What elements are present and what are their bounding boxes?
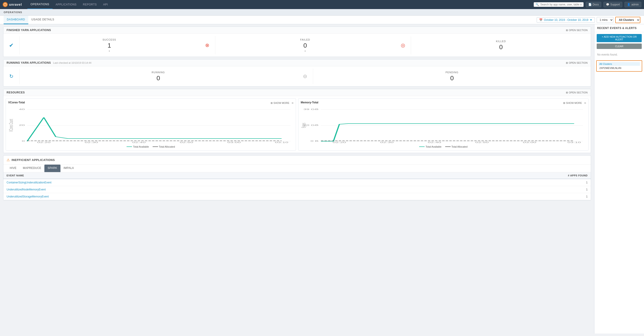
- event-name-2: UnderutilizedNodeMemoryEvent: [4, 186, 393, 193]
- running-yarn-header: RUNNING YARN APPLICATIONS Last checked a…: [4, 59, 591, 66]
- external-link-icon-3: ⊞: [566, 91, 568, 94]
- nav-api[interactable]: API: [100, 0, 111, 9]
- table-header-row: EVENT NAME # APPS FOUND: [4, 172, 591, 179]
- clear-button[interactable]: CLEAR: [597, 44, 642, 49]
- pending-metric: PENDING 0: [313, 69, 591, 84]
- date-picker[interactable]: 📅 October 10, 2019 - October 10, 2019 ▼: [537, 17, 595, 23]
- add-alert-button[interactable]: + ADD NEW AUTOACTION OR ALERT: [597, 34, 642, 42]
- memory-available-legend: Total Available: [419, 145, 441, 148]
- interval-select[interactable]: 1 mins: [597, 17, 614, 23]
- killed-metric: KILLED 0: [411, 36, 591, 54]
- memory-available-line-icon: [419, 146, 424, 147]
- running-icon-container: ↻: [4, 69, 19, 84]
- vcores-show-more[interactable]: ⊞ SHOW MORE: [270, 102, 290, 104]
- failed-value: 0: [304, 42, 307, 49]
- finished-yarn-open-section[interactable]: ⊞ OPEN SECTION: [566, 29, 588, 32]
- allocated-line-icon: [152, 146, 158, 147]
- svg-text:0 B: 0 B: [310, 140, 318, 142]
- tab-mapreduce[interactable]: MAPREDUCE: [20, 164, 44, 172]
- cluster-select[interactable]: All Clusters: [615, 17, 640, 23]
- support-button[interactable]: 💬 Support: [604, 2, 622, 7]
- user-icon: 👤: [627, 3, 630, 6]
- event-link-1[interactable]: ContainerSizingUnderutilizationEvent: [6, 181, 52, 184]
- running-label: RUNNING: [152, 71, 165, 74]
- killed-label: KILLED: [496, 40, 506, 43]
- event-link-2[interactable]: UnderutilizedNodeMemoryEvent: [6, 188, 46, 191]
- admin-button[interactable]: 👤 admin: [624, 2, 641, 7]
- vcores-legend: Total Available Total Allocated: [8, 145, 294, 148]
- logo-text: unravel: [9, 3, 22, 6]
- vcores-chart-area: 40 20 0 VCores Count 02:20 02:30: [8, 107, 294, 143]
- chevron-down-icon: ▼: [590, 18, 592, 22]
- vcores-available-label: Total Available: [133, 145, 149, 148]
- docs-button[interactable]: 📄 Docs: [586, 2, 601, 7]
- table-row: UnderutilizedNodeMemoryEvent 1: [4, 186, 591, 193]
- external-link-icon-2: ⊞: [566, 61, 568, 64]
- inefficient-apps-header: ⚠ INEFFICIENT APPLICATIONS: [4, 155, 591, 164]
- tab-impala[interactable]: IMPALA: [60, 164, 77, 172]
- tab-hive[interactable]: HIVE: [6, 164, 20, 172]
- nav-reports[interactable]: REPORTS: [80, 0, 100, 9]
- memory-chart-title: Memory-Total: [301, 101, 318, 104]
- event-link-3[interactable]: UnderutilizedStorageMemoryEvent: [6, 195, 49, 198]
- search-input[interactable]: [540, 3, 582, 6]
- svg-text:VCores Count: VCores Count: [8, 119, 14, 132]
- svg-text:02:50: 02:50: [180, 141, 193, 143]
- last-checked-label: Last checked at 10/10/19 03:14:44: [53, 61, 92, 64]
- sub-nav-controls: 📅 October 10, 2019 - October 10, 2019 ▼ …: [537, 17, 640, 23]
- resources-open-section[interactable]: ⊞ OPEN SECTION: [566, 91, 588, 94]
- memory-chart-card: Memory-Total ⊞ SHOW MORE ≡ 39 GB: [298, 98, 588, 150]
- svg-text:02:40: 02:40: [132, 141, 146, 143]
- logo: unravel: [3, 2, 22, 7]
- vcores-menu-icon[interactable]: ≡: [292, 101, 294, 105]
- main-layout: FINISHED YARN APPLICATIONS ⊞ OPEN SECTIO…: [0, 24, 644, 333]
- running-yarn-open-section[interactable]: ⊞ OPEN SECTION: [566, 61, 588, 64]
- failed-icon-container: ⊗: [199, 36, 215, 54]
- tab-spark[interactable]: SPARK: [44, 164, 60, 172]
- nav-operations[interactable]: OPERATIONS: [28, 0, 52, 9]
- success-sub: ●: [109, 50, 110, 52]
- cluster-dropdown-panel[interactable]: All Clusters 2XP2WEVWLNL4N: [596, 60, 642, 72]
- tab-usage-details[interactable]: USAGE DETAILS: [28, 16, 58, 24]
- external-link-icon: ⊞: [566, 29, 568, 32]
- checkmark-icon: ✔: [9, 42, 14, 49]
- sidebar-header: RECENT EVENTS & ALERTS: [594, 24, 644, 32]
- success-value: 1: [108, 42, 111, 49]
- failed-sub: ●: [304, 50, 306, 52]
- vcores-svg: 40 20 0 VCores Count 02:20 02:30: [8, 107, 294, 143]
- cluster-option-all[interactable]: All Clusters: [598, 62, 640, 66]
- memory-available-label: Total Available: [426, 145, 441, 148]
- event-name-header: EVENT NAME: [4, 172, 393, 179]
- resources-section: RESOURCES ⊞ OPEN SECTION VCores-Total ⊞ …: [3, 89, 591, 153]
- warning-icon: ⚠: [6, 158, 10, 162]
- nav-applications[interactable]: APPLICATIONS: [52, 0, 80, 9]
- svg-text:03:10: 03:10: [275, 141, 288, 143]
- apps-count-2: 1: [393, 186, 591, 193]
- cluster-option-specific[interactable]: 2XP2WEVWLNL4N: [598, 66, 640, 70]
- pending-label: PENDING: [446, 71, 458, 74]
- svg-text:20: 20: [19, 124, 25, 126]
- inefficient-apps-tbody: ContainerSizingUnderutilizationEvent 1 U…: [4, 179, 591, 200]
- svg-text:Bytes: Bytes: [301, 123, 306, 128]
- calendar-icon: 📅: [539, 18, 542, 22]
- finished-yarn-header: FINISHED YARN APPLICATIONS ⊞ OPEN SECTIO…: [4, 27, 591, 34]
- tab-dashboard[interactable]: DASHBOARD: [4, 16, 28, 24]
- memory-chart-area: 39 GB 20 GB 0 B Bytes 02:20 02:30: [301, 107, 586, 143]
- resources-header: RESOURCES ⊞ OPEN SECTION: [4, 89, 591, 96]
- vcores-allocated-label: Total Allocated: [159, 145, 175, 148]
- search-bar[interactable]: 🔍: [534, 2, 584, 7]
- resources-charts: VCores-Total ⊞ SHOW MORE ≡ 40: [4, 96, 591, 153]
- memory-show-more[interactable]: ⊞ SHOW MORE: [563, 102, 582, 104]
- svg-text:02:30: 02:30: [380, 141, 394, 143]
- event-name-3: UnderutilizedStorageMemoryEvent: [4, 193, 393, 200]
- svg-text:03:00: 03:00: [523, 141, 536, 143]
- memory-allocated-label: Total Allocated: [452, 145, 468, 148]
- docs-icon: 📄: [588, 3, 592, 6]
- apps-count-3: 1: [393, 193, 591, 200]
- svg-text:02:30: 02:30: [85, 141, 98, 143]
- svg-text:40: 40: [19, 108, 25, 110]
- x-circle-icon: ⊗: [205, 42, 209, 48]
- table-row: ContainerSizingUnderutilizationEvent 1: [4, 179, 591, 186]
- expand-icon-2: ⊞: [563, 102, 565, 104]
- memory-menu-icon[interactable]: ≡: [584, 101, 586, 105]
